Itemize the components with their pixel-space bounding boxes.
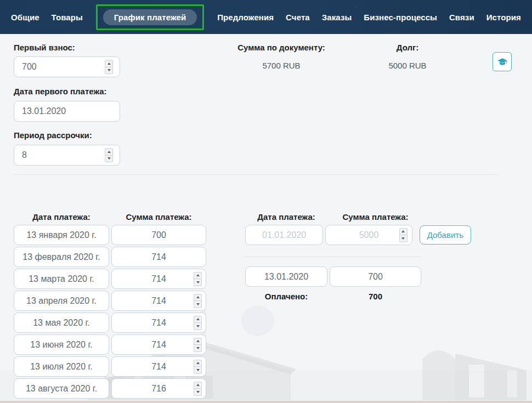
schedule-date-field <box>14 269 109 289</box>
document-sum-value: 5700 RUB <box>234 61 329 70</box>
schedule-date-input[interactable] <box>14 291 109 311</box>
spinner-down-icon[interactable] <box>194 345 202 352</box>
schedule-amount-input[interactable] <box>111 225 206 245</box>
spinner-down-icon[interactable] <box>194 323 202 330</box>
schedule-date-field <box>14 313 109 333</box>
nav-tab-general[interactable]: Общие <box>11 13 39 22</box>
new-payment-row: Добавить <box>245 225 471 245</box>
paid-date-header: Дата платежа: <box>245 212 327 222</box>
nav-tab-business-processes[interactable]: Бизнес-процессы <box>364 13 437 22</box>
schedule-amount-input[interactable] <box>111 313 206 333</box>
active-tab-highlight: График платежей <box>96 4 204 30</box>
installment-period-spinner[interactable] <box>105 148 113 162</box>
schedule-amount-field <box>111 247 206 267</box>
paid-total-value: 700 <box>330 292 421 301</box>
paid-date-input[interactable] <box>245 266 327 287</box>
schedule-date-input[interactable] <box>14 313 109 333</box>
paid-amount-header: Сумма платежа: <box>330 212 421 222</box>
schedule-amount-spinner[interactable] <box>194 338 202 352</box>
schedule-row <box>14 356 206 377</box>
spinner-down-icon[interactable] <box>194 279 202 286</box>
spinner-up-icon[interactable] <box>399 228 408 236</box>
debt-label: Долг: <box>366 43 449 52</box>
schedule-date-field <box>14 356 109 377</box>
schedule-date-input[interactable] <box>14 269 109 289</box>
spinner-up-icon[interactable] <box>194 294 202 302</box>
spinner-up-icon[interactable] <box>105 148 113 156</box>
schedule-date-header: Дата платежа: <box>14 212 109 222</box>
schedule-amount-spinner[interactable] <box>194 382 202 396</box>
spinner-up-icon[interactable] <box>105 60 113 67</box>
schedule-date-field <box>14 291 109 311</box>
nav-tab-payment-schedule[interactable]: График платежей <box>103 9 197 25</box>
paid-date-field <box>245 266 327 287</box>
schedule-date-field <box>14 225 109 245</box>
first-installment-spinner[interactable] <box>105 60 113 74</box>
new-payment-amount-field <box>325 225 412 245</box>
schedule-date-input[interactable] <box>14 378 109 399</box>
spinner-down-icon[interactable] <box>194 367 202 374</box>
spinner-down-icon[interactable] <box>194 301 202 308</box>
spinner-up-icon[interactable] <box>194 338 202 345</box>
schedule-date-field <box>14 378 109 399</box>
spinner-down-icon[interactable] <box>105 156 113 163</box>
add-payment-button[interactable]: Добавить <box>420 225 471 245</box>
payment-schedule-page: Общие Товары График платежей Предложения… <box>0 0 532 403</box>
paid-payments-panel: Дата платежа: Сумма платежа: Добавить <box>245 212 471 301</box>
spinner-down-icon[interactable] <box>194 389 202 396</box>
spinner-up-icon[interactable] <box>194 382 202 389</box>
schedule-amount-field <box>111 334 206 355</box>
first-installment-label: Первый взнос: <box>14 43 75 52</box>
nav-tab-products[interactable]: Товары <box>52 13 83 22</box>
first-installment-field <box>14 56 120 77</box>
schedule-date-input[interactable] <box>14 225 109 245</box>
schedule-amount-input[interactable] <box>111 378 206 399</box>
first-payment-date-input[interactable] <box>14 101 120 122</box>
schedule-date-field <box>14 334 109 355</box>
schedule-amount-spinner[interactable] <box>194 316 202 330</box>
graduation-cap-icon <box>497 56 508 67</box>
paid-payment-row <box>245 266 471 287</box>
schedule-amount-spinner[interactable] <box>194 294 202 308</box>
installment-period-input[interactable] <box>14 145 120 166</box>
nav-tab-orders[interactable]: Заказы <box>322 13 352 22</box>
schedule-amount-header: Сумма платежа: <box>111 212 206 222</box>
spinner-up-icon[interactable] <box>194 360 202 367</box>
spinner-down-icon[interactable] <box>399 235 408 242</box>
schedule-row <box>14 291 206 311</box>
paid-total-label: Оплачено: <box>245 292 327 301</box>
tutorial-button[interactable] <box>493 52 512 71</box>
nav-tab-offers[interactable]: Предложения <box>217 13 274 22</box>
schedule-date-input[interactable] <box>14 247 109 267</box>
section-divider <box>14 174 499 175</box>
nav-tab-history[interactable]: История <box>486 13 521 22</box>
schedule-date-input[interactable] <box>14 334 109 355</box>
new-payment-date-input[interactable] <box>245 225 323 245</box>
nav-tab-links[interactable]: Связи <box>449 13 474 22</box>
schedule-amount-input[interactable] <box>111 269 206 289</box>
schedule-amount-input[interactable] <box>111 356 206 377</box>
schedule-amount-input[interactable] <box>111 334 206 355</box>
schedule-amount-spinner[interactable] <box>194 360 202 374</box>
schedule-date-input[interactable] <box>14 356 109 377</box>
new-payment-amount-spinner[interactable] <box>399 228 408 242</box>
paid-amount-field <box>330 266 421 287</box>
spinner-down-icon[interactable] <box>105 67 113 75</box>
schedule-amount-field <box>111 269 206 289</box>
schedule-row <box>14 225 206 245</box>
schedule-amount-input[interactable] <box>111 291 206 311</box>
first-payment-date-field <box>14 101 120 122</box>
document-sum-block: Сумма по документу: 5700 RUB <box>234 43 329 70</box>
debt-value: 5000 RUB <box>366 61 449 70</box>
schedule-amount-spinner[interactable] <box>194 272 202 286</box>
schedule-amount-input[interactable] <box>111 247 206 267</box>
first-installment-input[interactable] <box>14 56 120 77</box>
spinner-up-icon[interactable] <box>194 316 202 323</box>
paid-amount-input[interactable] <box>330 266 421 287</box>
installment-period-field <box>14 145 120 166</box>
schedule-amount-field <box>111 378 206 399</box>
spinner-up-icon[interactable] <box>194 272 202 280</box>
paid-panel-divider <box>245 257 421 257</box>
schedule-amount-field <box>111 291 206 311</box>
nav-tab-invoices[interactable]: Счета <box>286 13 310 22</box>
